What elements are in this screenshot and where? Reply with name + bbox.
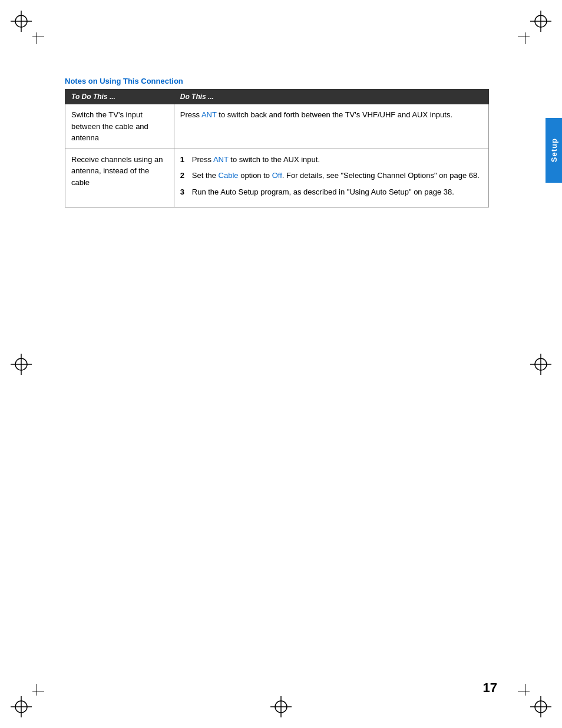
highlight-off: Off (272, 171, 282, 180)
highlight-cable: Cable (219, 171, 239, 180)
info-table: To Do This ... Do This ... Switch the TV… (65, 89, 489, 207)
setup-side-tab: Setup (546, 118, 562, 183)
row2-col1: Receive channels using an antenna, inste… (65, 149, 174, 207)
step-number-1: 1 (180, 154, 192, 166)
list-item: 2 Set the Cable option to Off. For detai… (180, 170, 482, 182)
step-number-3: 3 (180, 186, 192, 198)
highlight-ant-2: ANT (213, 155, 229, 164)
table-row: Switch the TV's input between the cable … (65, 104, 489, 149)
tick-br-h (518, 691, 530, 691)
row1-col1: Switch the TV's input between the cable … (65, 104, 174, 149)
list-item: 1 Press ANT to switch to the AUX input. (180, 154, 482, 166)
reg-mark-mr (530, 354, 551, 375)
reg-mark-br (530, 696, 551, 717)
step-text-2: Set the Cable option to Off. For details… (192, 170, 482, 182)
step-text-3: Run the Auto Setup program, as described… (192, 186, 482, 198)
tick-bl-v (37, 684, 37, 696)
tick-tl-h (32, 37, 44, 37)
steps-list: 1 Press ANT to switch to the AUX input. … (180, 154, 482, 198)
col2-header: Do This ... (174, 90, 488, 104)
step-text-1: Press ANT to switch to the AUX input. (192, 154, 482, 166)
list-item: 3 Run the Auto Setup program, as describ… (180, 186, 482, 198)
reg-mark-bl (11, 696, 32, 717)
row2-col2: 1 Press ANT to switch to the AUX input. … (174, 149, 488, 207)
content-area: Notes on Using This Connection To Do Thi… (65, 77, 527, 681)
col1-header: To Do This ... (65, 90, 174, 104)
table-row: Receive channels using an antenna, inste… (65, 149, 489, 207)
tick-tl-v (37, 32, 37, 44)
section-heading: Notes on Using This Connection (65, 77, 527, 85)
tick-tr-v (525, 32, 525, 44)
reg-mark-bm (270, 696, 292, 717)
highlight-ant-1: ANT (201, 110, 217, 119)
reg-mark-ml (11, 354, 32, 375)
tick-bl-h (32, 691, 44, 691)
side-tab-label: Setup (550, 138, 558, 162)
reg-mark-tr (530, 11, 551, 32)
page-number: 17 (483, 680, 497, 696)
row1-col2: Press ANT to switch back and forth betwe… (174, 104, 488, 149)
tick-br-v (525, 684, 525, 696)
tick-tr-h (518, 37, 530, 37)
step-number-2: 2 (180, 170, 192, 182)
reg-mark-tl (11, 11, 32, 32)
